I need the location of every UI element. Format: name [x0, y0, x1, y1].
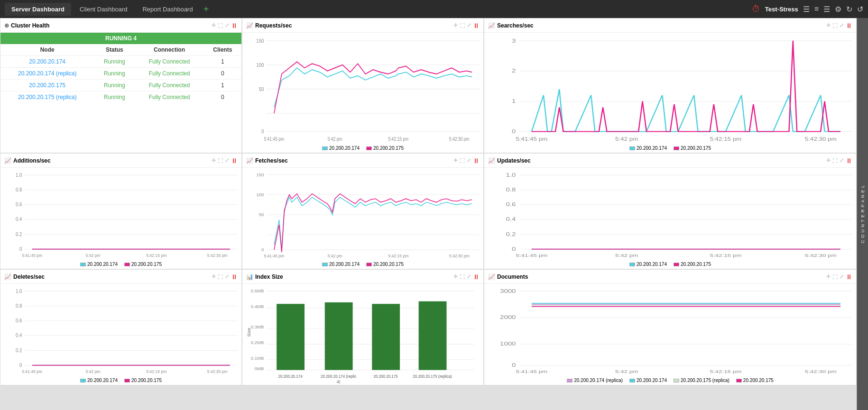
menu-icon[interactable]: ☰: [803, 5, 810, 14]
idx-pause-icon[interactable]: ⏸: [473, 273, 480, 281]
node-status: Running: [94, 80, 135, 91]
doc-fullscreen-icon[interactable]: ⤢: [840, 273, 844, 280]
requests-controls: ✛ ⛶ ⤢ ⏸: [453, 22, 480, 29]
documents-chart-area: 3000 2000 1000 0 5:41:45 pm 5:42 pm 5:42…: [484, 284, 856, 377]
logo-icon: ⏱: [752, 4, 760, 14]
doc-add-icon[interactable]: ✛: [826, 273, 831, 280]
updates-header: 📈 Updates/sec ✛ ⛶ ⤢ ⏸: [484, 154, 856, 168]
svg-text:0.2: 0.2: [506, 231, 516, 237]
settings-icon[interactable]: ⚙: [835, 5, 841, 14]
node-connection: Fully Connected: [135, 68, 203, 80]
add-pause-icon[interactable]: ⏸: [231, 157, 238, 164]
req-fullscreen-icon[interactable]: ⤢: [467, 22, 471, 28]
svg-text:5:42:30 pm: 5:42:30 pm: [805, 370, 837, 374]
requests-chart: 150 100 50 0 5:41:45 pm 5:42 pm 5:42:15 …: [246, 35, 480, 144]
upd-pause-icon[interactable]: ⏸: [846, 157, 852, 164]
req-pause-icon[interactable]: ⏸: [473, 22, 480, 29]
refresh-icon[interactable]: ↻: [846, 5, 852, 14]
add-dashboard-button[interactable]: +: [203, 4, 209, 15]
fetches-title: 📈 Fetches/sec: [246, 157, 288, 164]
del-expand-icon[interactable]: ⛶: [218, 274, 223, 280]
srch-fullscreen-icon[interactable]: ⤢: [840, 22, 844, 28]
refresh2-icon[interactable]: ↺: [857, 5, 863, 14]
fetches-controls: ✛ ⛶ ⤢ ⏸: [453, 157, 480, 164]
doc-legend-color-174: [629, 379, 635, 383]
add-fullscreen-icon[interactable]: ⤢: [225, 157, 229, 164]
add-legend-color-175: [124, 263, 130, 266]
req-expand-icon[interactable]: ⛶: [460, 23, 465, 28]
srch-expand-icon[interactable]: ⛶: [832, 23, 838, 28]
del-add-icon[interactable]: ✛: [212, 273, 216, 280]
node-connection: Fully Connected: [135, 91, 203, 103]
node-link[interactable]: 20.200.20.174: [29, 58, 65, 65]
upd-expand-icon[interactable]: ⛶: [832, 158, 838, 164]
svg-text:0MB: 0MB: [255, 366, 264, 371]
del-fullscreen-icon[interactable]: ⤢: [225, 273, 229, 280]
del-pause-icon[interactable]: ⏸: [231, 273, 238, 281]
upd-legend-174: 20.200.20.174: [629, 262, 667, 267]
doc-legend-174-rep: 20.200.20.174 (replica): [567, 378, 623, 383]
upd-legend-color-174: [629, 263, 635, 266]
svg-text:0.2MB: 0.2MB: [251, 340, 264, 345]
node-status: Running: [94, 91, 135, 103]
fetch-fullscreen-icon[interactable]: ⤢: [467, 157, 471, 164]
fetch-pause-icon[interactable]: ⏸: [473, 157, 480, 164]
counter-panel[interactable]: C O U N T E R P A N E L: [857, 18, 868, 410]
list-icon[interactable]: ≡: [814, 5, 819, 13]
documents-icon: 📈: [488, 273, 495, 280]
brand-name: Test-Stress: [765, 6, 798, 13]
add-ctrl-icon[interactable]: ✛: [212, 22, 216, 28]
fetches-legend: 20.200.20.174 20.200.20.175: [242, 261, 483, 269]
upd-add-icon[interactable]: ✛: [826, 157, 831, 164]
fetch-expand-icon[interactable]: ⛶: [460, 158, 465, 164]
col-status: Status: [94, 44, 135, 56]
add-add-icon[interactable]: ✛: [212, 157, 216, 164]
add-legend-color-174: [80, 263, 86, 266]
expand-ctrl-icon[interactable]: ⛶: [218, 23, 223, 28]
doc-expand-icon[interactable]: ⛶: [832, 274, 838, 280]
doc-legend-color-175-rep: [674, 379, 679, 383]
doc-legend-175: 20.200.20.175: [736, 378, 774, 383]
fetch-add-icon[interactable]: ✛: [453, 157, 458, 164]
requests-title: 📈 Requests/sec: [246, 22, 292, 29]
idx-add-icon[interactable]: ✛: [453, 273, 458, 280]
add-legend-175: 20.200.20.175: [124, 262, 162, 267]
del-legend-174: 20.200.20.174: [80, 378, 118, 383]
lines-icon[interactable]: ☰: [823, 5, 830, 14]
upd-fullscreen-icon[interactable]: ⤢: [840, 157, 844, 164]
svg-text:100: 100: [256, 62, 264, 68]
node-link[interactable]: 20.200.20.175 (replica): [18, 94, 76, 100]
pause-ctrl-icon[interactable]: ⏸: [231, 22, 238, 29]
deletes-controls: ✛ ⛶ ⤢ ⏸: [212, 273, 238, 281]
node-link[interactable]: 20.200.20.174 (replica): [18, 70, 76, 77]
svg-text:5:42:15 pm: 5:42:15 pm: [146, 369, 166, 374]
tab-server-dashboard[interactable]: Server Dashboard: [5, 3, 71, 16]
svg-text:5:42 pm: 5:42 pm: [86, 369, 101, 374]
svg-text:5:42:30 pm: 5:42:30 pm: [805, 136, 837, 142]
updates-chart-area: 1.0 0.8 0.6 0.4 0.2 0 5:41:45 pm 5:42 pm…: [484, 168, 856, 261]
fullscreen-ctrl-icon[interactable]: ⤢: [225, 22, 229, 28]
fetches-chart-area: 150 100 50 0 5:41:45 pm 5:42 pm 5:42:15 …: [242, 168, 483, 261]
additions-panel: 📈 Additions/sec ✛ ⛶ ⤢ ⏸ 1.0 0.8 0.6: [0, 153, 242, 269]
idx-fullscreen-icon[interactable]: ⤢: [467, 273, 471, 280]
req-add-icon[interactable]: ✛: [453, 22, 458, 28]
srch-add-icon[interactable]: ✛: [826, 22, 831, 28]
svg-text:20.200.20.174 (replic: 20.200.20.174 (replic: [321, 374, 356, 379]
srch-legend-color-175: [674, 146, 679, 150]
updates-legend: 20.200.20.174 20.200.20.175: [484, 261, 856, 269]
svg-text:1: 1: [512, 98, 516, 104]
tab-client-dashboard[interactable]: Client Dashboard: [73, 3, 134, 16]
node-link[interactable]: 20.200.20.175: [29, 82, 65, 89]
fetches-icon: 📈: [246, 157, 253, 164]
cluster-content: RUNNING 4 Node Status Connection Clients…: [0, 33, 241, 103]
srch-pause-icon[interactable]: ⏸: [846, 22, 852, 29]
doc-pause-icon[interactable]: ⏸: [846, 273, 852, 281]
idx-expand-icon[interactable]: ⛶: [460, 274, 465, 280]
tab-report-dashboard[interactable]: Report Dashboard: [136, 3, 199, 16]
deletes-header: 📈 Deletes/sec ✛ ⛶ ⤢ ⏸: [0, 270, 241, 284]
svg-text:0.4: 0.4: [16, 333, 22, 338]
svg-text:5:42 pm: 5:42 pm: [328, 254, 342, 258]
svg-text:150: 150: [256, 172, 264, 177]
add-expand-icon[interactable]: ⛶: [218, 158, 223, 164]
index-size-header: 📊 Index Size ✛ ⛶ ⤢ ⏸: [242, 270, 483, 284]
